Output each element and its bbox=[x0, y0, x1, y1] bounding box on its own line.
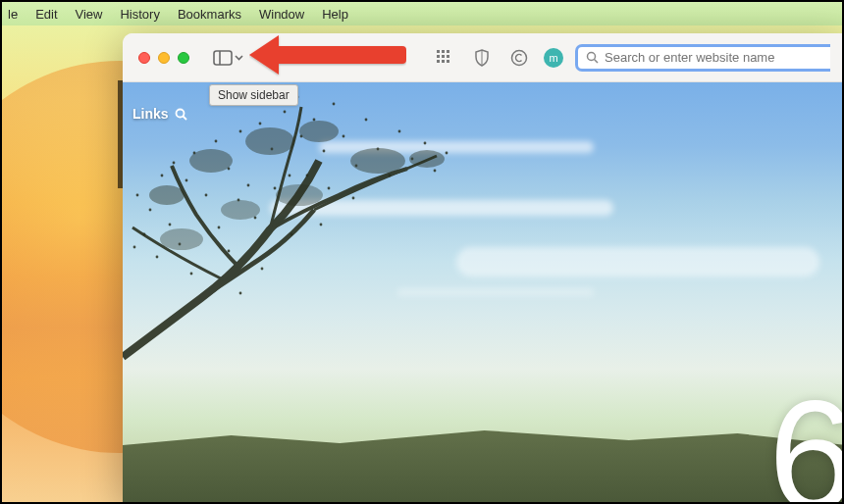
svg-point-54 bbox=[274, 187, 277, 190]
profile-initial: m bbox=[549, 52, 557, 64]
svg-rect-9 bbox=[442, 60, 445, 63]
svg-point-11 bbox=[512, 50, 527, 65]
svg-rect-0 bbox=[214, 51, 232, 65]
svg-rect-8 bbox=[437, 60, 440, 63]
menu-help[interactable]: Help bbox=[322, 7, 348, 22]
menu-view[interactable]: View bbox=[76, 7, 103, 22]
search-input[interactable] bbox=[605, 50, 822, 65]
svg-point-36 bbox=[389, 175, 392, 177]
svg-point-48 bbox=[133, 246, 136, 249]
svg-rect-10 bbox=[447, 60, 449, 63]
svg-point-71 bbox=[176, 109, 184, 117]
menu-history[interactable]: History bbox=[120, 7, 159, 22]
svg-point-70 bbox=[160, 228, 203, 250]
svg-point-32 bbox=[343, 135, 345, 138]
browser-toolbar: m bbox=[123, 33, 844, 82]
svg-point-68 bbox=[276, 184, 323, 206]
svg-point-15 bbox=[173, 162, 176, 165]
svg-point-57 bbox=[352, 197, 355, 200]
svg-line-72 bbox=[183, 116, 186, 120]
svg-point-21 bbox=[239, 130, 242, 133]
svg-point-45 bbox=[169, 224, 172, 227]
svg-point-55 bbox=[306, 175, 309, 177]
svg-point-22 bbox=[247, 184, 250, 187]
svg-point-60 bbox=[261, 268, 264, 271]
tooltip: Show sidebar bbox=[209, 84, 298, 106]
svg-point-12 bbox=[588, 53, 596, 61]
svg-point-40 bbox=[434, 170, 437, 173]
menu-bookmarks[interactable]: Bookmarks bbox=[178, 7, 241, 22]
svg-rect-6 bbox=[442, 55, 445, 58]
svg-point-61 bbox=[239, 292, 242, 295]
privacy-report-button[interactable] bbox=[469, 45, 495, 71]
svg-point-16 bbox=[185, 179, 188, 182]
shield-icon bbox=[474, 49, 490, 67]
address-search-field[interactable] bbox=[575, 44, 830, 72]
svg-point-65 bbox=[299, 121, 339, 142]
svg-point-30 bbox=[323, 150, 326, 153]
svg-point-66 bbox=[350, 148, 405, 174]
svg-point-64 bbox=[245, 127, 294, 155]
svg-point-42 bbox=[149, 209, 152, 212]
svg-point-31 bbox=[333, 103, 336, 106]
weather-temperature: 6 bbox=[768, 377, 844, 504]
window-controls bbox=[138, 52, 189, 64]
svg-point-41 bbox=[446, 152, 448, 155]
search-icon bbox=[586, 51, 599, 64]
close-button[interactable] bbox=[138, 52, 150, 64]
svg-point-23 bbox=[259, 123, 262, 126]
svg-point-62 bbox=[149, 185, 185, 205]
svg-point-29 bbox=[313, 119, 316, 122]
svg-point-26 bbox=[289, 175, 291, 177]
svg-rect-3 bbox=[442, 50, 445, 53]
svg-point-14 bbox=[161, 175, 164, 177]
minimize-button[interactable] bbox=[158, 52, 170, 64]
svg-point-47 bbox=[156, 256, 159, 259]
magnifier-icon bbox=[175, 108, 187, 121]
start-page-content: Links 6 bbox=[123, 82, 844, 504]
tree-silhouette bbox=[123, 82, 844, 504]
svg-point-34 bbox=[365, 119, 368, 122]
profile-button[interactable]: m bbox=[544, 48, 563, 68]
menu-file[interactable]: le bbox=[8, 7, 18, 22]
show-sidebar-button[interactable] bbox=[213, 50, 243, 66]
svg-point-37 bbox=[398, 130, 401, 133]
circle-c-icon bbox=[510, 49, 528, 67]
svg-point-49 bbox=[218, 227, 221, 229]
links-label-text: Links bbox=[132, 106, 169, 122]
svg-point-18 bbox=[205, 194, 208, 197]
svg-rect-7 bbox=[447, 55, 449, 58]
svg-point-69 bbox=[221, 200, 260, 220]
menu-edit[interactable]: Edit bbox=[35, 7, 57, 22]
svg-point-39 bbox=[424, 142, 427, 145]
svg-rect-5 bbox=[437, 55, 440, 58]
svg-point-43 bbox=[136, 194, 139, 197]
start-page-grid-button[interactable] bbox=[432, 45, 457, 71]
svg-point-59 bbox=[290, 233, 293, 236]
svg-point-63 bbox=[189, 149, 233, 173]
safari-window: m Show sidebar bbox=[123, 33, 844, 504]
zoom-button[interactable] bbox=[178, 52, 189, 64]
svg-point-19 bbox=[215, 140, 218, 143]
icloud-tabs-button[interactable] bbox=[506, 45, 532, 71]
links-section[interactable]: Links bbox=[132, 106, 187, 122]
svg-rect-4 bbox=[447, 50, 449, 53]
svg-line-13 bbox=[595, 60, 599, 64]
menu-window[interactable]: Window bbox=[259, 7, 304, 22]
svg-point-67 bbox=[409, 150, 445, 168]
svg-point-51 bbox=[228, 250, 231, 253]
svg-point-25 bbox=[284, 111, 287, 114]
chevron-down-icon bbox=[235, 55, 243, 61]
svg-rect-2 bbox=[437, 50, 440, 53]
sidebar-icon bbox=[213, 50, 233, 66]
svg-point-56 bbox=[328, 187, 331, 190]
svg-point-58 bbox=[320, 224, 323, 227]
svg-point-50 bbox=[190, 273, 193, 276]
system-menubar: le Edit View History Bookmarks Window He… bbox=[2, 2, 842, 25]
svg-point-44 bbox=[143, 233, 146, 236]
grid-icon bbox=[437, 50, 452, 66]
